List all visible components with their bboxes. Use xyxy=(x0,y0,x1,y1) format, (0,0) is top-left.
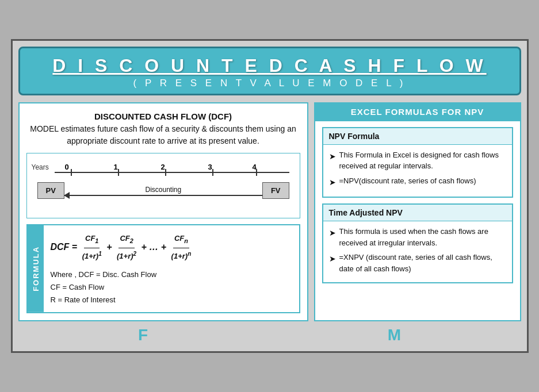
xnpv-bullet-1: ➤ This formula is used when the cash flo… xyxy=(329,226,506,248)
tick-0 xyxy=(71,169,72,176)
dcf-description: MODEL estimates future cash flow of a se… xyxy=(30,124,296,145)
xnpv-block-header: Time Adjusted NPV xyxy=(323,205,512,221)
dcf-equals: DCF = xyxy=(51,242,80,252)
where-line3: R = Rate of Interest xyxy=(51,294,292,306)
frac-n: CFn (1+r)n xyxy=(170,231,193,264)
bottom-labels: F M xyxy=(18,321,521,345)
year-3: 3 xyxy=(208,163,212,171)
xnpv-formula-block: Time Adjusted NPV ➤ This formula is used… xyxy=(322,203,513,283)
content-row: DISCOUNTED CASH FLOW (DCF) MODEL estimat… xyxy=(18,102,521,321)
bullet-arrow-1: ➤ xyxy=(329,150,336,172)
cf2-num: CF2 xyxy=(118,231,134,248)
right-panel-header: EXCEL FORMULAS FOR NPV xyxy=(314,102,521,121)
discounting-label: Discounting xyxy=(146,186,182,194)
left-description: DISCOUNTED CASH FLOW (DCF) MODEL estimat… xyxy=(26,110,300,148)
tick-1 xyxy=(118,169,119,176)
fv-box: FV xyxy=(262,182,289,199)
years-label: Years xyxy=(32,163,49,171)
formula-section: FORMULA DCF = CF1 (1+r)1 + CF2 (1+r)2 xyxy=(26,224,300,313)
formula-label: FORMULA xyxy=(28,225,44,312)
main-container: D I S C O U N T E D C A S H F L O W ( P … xyxy=(11,39,529,353)
year-4: 4 xyxy=(253,163,257,171)
frac-1: CF1 (1+r)1 xyxy=(81,231,103,264)
bullet-arrow-3: ➤ xyxy=(329,226,336,248)
npv-block-header: NPV Formula xyxy=(323,128,512,145)
dcf-bold-title: DISCOUNTED CASH FLOW (DCF) xyxy=(94,112,232,121)
npv-bullet-2: ➤ =NPV(discount rate, series of cash flo… xyxy=(329,175,506,189)
npv-bullet2-text: =NPV(discount rate, series of cash flows… xyxy=(339,175,476,189)
left-panel: DISCOUNTED CASH FLOW (DCF) MODEL estimat… xyxy=(18,102,308,321)
bottom-letter-f: F xyxy=(138,326,148,344)
pv-fv-row: PV Discounting FV xyxy=(37,182,289,199)
discounting-arrow: Discounting xyxy=(64,186,262,196)
formula-variables: Where , DCF = Disc. Cash Flow CF = Cash … xyxy=(51,268,292,306)
timeline-area: Years 0 1 2 3 4 P xyxy=(32,160,295,212)
header-title: D I S C O U N T E D C A S H F L O W xyxy=(26,55,514,76)
frac-2: CF2 (1+r)2 xyxy=(116,231,137,264)
right-panel-body: NPV Formula ➤ This Formula in Excel is d… xyxy=(314,121,521,321)
cf1-den: (1+r)1 xyxy=(81,248,103,264)
year-1: 1 xyxy=(114,163,118,171)
formula-content: DCF = CF1 (1+r)1 + CF2 (1+r)2 + … + xyxy=(44,225,299,312)
year-2: 2 xyxy=(161,163,165,171)
year-0: 0 xyxy=(65,163,69,171)
formula-math: DCF = CF1 (1+r)1 + CF2 (1+r)2 + … + xyxy=(51,231,292,264)
where-line1: Where , DCF = Disc. Cash Flow xyxy=(51,268,292,281)
arrow-line xyxy=(64,195,262,196)
cf2-den: (1+r)2 xyxy=(116,248,137,264)
xnpv-block-body: ➤ This formula is used when the cash flo… xyxy=(323,221,512,282)
where-line2: CF = Cash Flow xyxy=(51,281,292,294)
timeline-axis xyxy=(55,172,289,173)
tick-2 xyxy=(165,169,166,176)
cfn-num: CFn xyxy=(173,231,189,248)
npv-formula-block: NPV Formula ➤ This Formula in Excel is d… xyxy=(322,127,513,198)
tick-3 xyxy=(212,169,213,176)
pv-box: PV xyxy=(37,182,64,199)
xnpv-bullet2-text: =XNPV (discount rate, series of all cash… xyxy=(339,252,506,274)
right-panel: EXCEL FORMULAS FOR NPV NPV Formula ➤ Thi… xyxy=(314,102,521,321)
ellipsis: + … + xyxy=(142,242,169,252)
timeline-box: Years 0 1 2 3 4 P xyxy=(26,153,300,218)
bullet-arrow-2: ➤ xyxy=(329,176,336,189)
npv-bullet1-text: This Formula in Excel is designed for ca… xyxy=(339,149,506,172)
npv-block-body: ➤ This Formula in Excel is designed for … xyxy=(323,145,512,197)
cfn-den: (1+r)n xyxy=(170,248,193,264)
plus-1: + xyxy=(106,242,114,252)
npv-bullet-1: ➤ This Formula in Excel is designed for … xyxy=(329,149,506,172)
cf1-num: CF1 xyxy=(84,231,100,248)
xnpv-bullet1-text: This formula is used when the cash flows… xyxy=(339,226,506,248)
header-subtitle: ( P R E S E N T V A L U E M O D E L ) xyxy=(26,78,514,89)
bullet-arrow-4: ➤ xyxy=(329,252,336,274)
xnpv-bullet-2: ➤ =XNPV (discount rate, series of all ca… xyxy=(329,252,506,274)
header-box: D I S C O U N T E D C A S H F L O W ( P … xyxy=(18,47,521,95)
bottom-letter-m: M xyxy=(388,326,401,344)
